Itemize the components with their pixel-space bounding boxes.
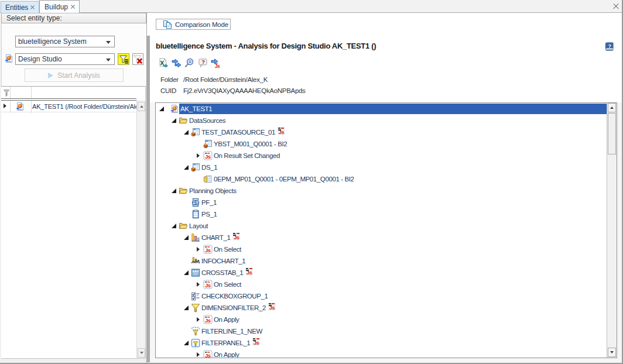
expander-expanded-icon[interactable] — [182, 232, 191, 243]
expander-expanded-icon[interactable] — [170, 220, 179, 232]
scroll-up-button[interactable] — [138, 102, 145, 111]
tree-node-datasources[interactable]: DataSources — [156, 115, 607, 126]
row-expander-icon[interactable] — [4, 104, 6, 108]
tree-node-ybst-m001-q0001-bi2[interactable]: YBST_M001_Q0001 - BI2 — [156, 138, 607, 150]
tree-node-label: 0EPM_MP01_Q0001 - 0EPM_MP01_Q0001 - BI2 — [213, 174, 355, 184]
tab-buildup-close-icon[interactable] — [70, 4, 76, 9]
expander-expanded-icon[interactable] — [170, 115, 179, 126]
jsbox-icon — [203, 151, 213, 160]
clear-filter-button[interactable] — [132, 53, 143, 65]
tree-node-test-datasource-01[interactable]: TEST_DATASOURCE_01Js — [156, 126, 607, 138]
jsbox-icon — [203, 315, 213, 324]
tab-buildup[interactable]: Buildup — [39, 0, 80, 13]
start-analysis-label: Start Analysis — [57, 71, 100, 80]
tree-node-chart-1[interactable]: CHART_1Js — [156, 232, 607, 243]
comparison-mode-button[interactable]: Comparison Mode — [156, 19, 231, 30]
filter-funnel-icon — [119, 54, 129, 64]
tab-entities[interactable]: Entities — [1, 1, 39, 13]
jsbox-icon — [203, 245, 213, 254]
tree-node-pf-1[interactable]: PF_1 — [156, 197, 607, 208]
tree-node-label: DIMENSIONFILTER_2 — [200, 303, 268, 313]
expander-expanded-icon[interactable] — [182, 337, 191, 349]
expander-expanded-icon[interactable] — [182, 267, 191, 279]
expander-expanded-icon[interactable] — [182, 302, 191, 314]
expander-expanded-icon[interactable] — [158, 103, 170, 115]
tree-node-label: On Select — [213, 244, 243, 255]
entity-row[interactable]: AK_TEST1 (/Root Folder/Dürrstein/Ale — [1, 101, 136, 112]
script-export-icon[interactable] — [211, 58, 221, 68]
expander-spacer — [182, 290, 191, 302]
tree-node-0epm-mp01-q0001-0epm-mp01-q0001-bi2[interactable]: 0EPM_MP01_Q0001 - 0EPM_MP01_Q0001 - BI2 — [156, 173, 607, 185]
document-close-icon[interactable] — [612, 3, 619, 9]
expander-collapsed-icon[interactable] — [194, 150, 203, 162]
cuid-label: CUID — [160, 87, 176, 94]
expander-collapsed-icon[interactable] — [194, 349, 203, 358]
start-analysis-button[interactable]: Start Analysis — [25, 68, 124, 82]
funnel-icon[interactable] — [4, 90, 9, 97]
scroll-up-button[interactable] — [608, 103, 616, 112]
scrollbar-thumb[interactable] — [608, 113, 616, 154]
js-script-badge-icon: Js — [268, 303, 276, 311]
zoom-details-icon[interactable] — [184, 58, 194, 68]
arrow-down-icon — [140, 352, 143, 354]
tree-node-label: Layout — [188, 221, 210, 231]
tree-node-filterline-1-new[interactable]: FILTERLINE_1_NEW — [156, 325, 607, 337]
expander-collapsed-icon[interactable] — [194, 314, 203, 325]
filter-button[interactable] — [118, 53, 129, 65]
excel-export-icon[interactable] — [158, 58, 168, 68]
tree-node-dimensionfilter-2[interactable]: DIMENSIONFILTER_2Js — [156, 302, 607, 314]
comparison-mode-label: Comparison Mode — [175, 21, 228, 28]
question-bubble-icon[interactable] — [198, 58, 208, 68]
js-script-badge-icon: Js — [252, 338, 260, 346]
expander-spacer — [182, 197, 191, 208]
play-icon — [48, 73, 53, 78]
cuid-value: Fj2.eVrV3QIAXyQAAAAHEQkAoNPBApds — [183, 87, 306, 94]
scroll-down-button[interactable] — [138, 348, 145, 358]
scroll-down-button[interactable] — [608, 348, 616, 357]
checkboxgroup-icon — [191, 291, 200, 301]
tree-node-checkboxgroup-1[interactable]: CHECKBOXGROUP_1 — [156, 290, 607, 302]
tree-rows: AK_TEST1DataSourcesTEST_DATASOURCE_01JsY… — [156, 103, 607, 358]
tree-node-filterpanel-1[interactable]: FILTERPANEL_1Js — [156, 337, 607, 349]
entity-grid: AK_TEST1 (/Root Folder/Dürrstein/Ale — [1, 86, 146, 359]
system-select[interactable]: bluetelligence System — [15, 36, 115, 47]
help-book-icon[interactable] — [605, 42, 614, 51]
tree-node-label: YBST_M001_Q0001 - BI2 — [213, 139, 289, 149]
tree-node-infochart-1[interactable]: INFOCHART_1 — [156, 255, 607, 267]
datasource-icon — [191, 163, 200, 172]
analysis-title: bluetelligence System - Analysis for Des… — [156, 42, 376, 50]
entity-grid-scrollbar[interactable] — [136, 100, 145, 358]
tree-node-on-select[interactable]: On Select — [156, 243, 607, 255]
tree-node-ds-1[interactable]: DS_1 — [156, 162, 607, 173]
combo-arrow-icon[interactable] — [106, 59, 111, 61]
tree-node-label: FILTERPANEL_1 — [200, 338, 252, 348]
tree-node-label: On Result Set Changed — [213, 150, 282, 161]
transfer-arrows-icon[interactable] — [172, 58, 182, 68]
tree-node-on-apply[interactable]: On Apply — [156, 314, 607, 325]
expander-expanded-icon[interactable] — [182, 126, 191, 138]
tree-scrollbar[interactable] — [607, 103, 617, 358]
entity-type-select[interactable]: Design Studio — [15, 53, 115, 65]
tree-node-layout[interactable]: Layout — [156, 220, 607, 232]
tree-node-ps-1[interactable]: PS_1 — [156, 208, 607, 220]
tree-node-planning-objects[interactable]: Planning Objects — [156, 185, 607, 197]
expander-expanded-icon[interactable] — [170, 185, 179, 197]
tab-entities-close-icon[interactable] — [30, 5, 35, 10]
combo-arrow-icon[interactable] — [106, 41, 111, 44]
tree-node-on-result-set-changed[interactable]: On Result Set Changed — [156, 150, 607, 162]
panel-splitter[interactable] — [147, 36, 150, 362]
expander-spacer — [182, 255, 191, 267]
expander-expanded-icon[interactable] — [182, 162, 191, 173]
tree-node-label: FILTERLINE_1_NEW — [200, 326, 264, 336]
expander-collapsed-icon[interactable] — [194, 243, 203, 255]
tree-node-on-select[interactable]: On Select — [156, 279, 607, 290]
tree-node-crosstab-1[interactable]: CROSSTAB_1Js — [156, 267, 607, 279]
folder-label: Folder — [160, 76, 179, 83]
jsbox-icon — [203, 350, 213, 358]
filterpanel-icon — [191, 338, 200, 348]
expander-collapsed-icon[interactable] — [194, 279, 203, 290]
tree-node-label: On Apply — [213, 349, 241, 358]
tree-node-ak-test1[interactable]: AK_TEST1 — [156, 103, 607, 115]
tab-entities-label: Entities — [5, 4, 28, 12]
tree-node-on-apply[interactable]: On Apply — [156, 349, 607, 358]
